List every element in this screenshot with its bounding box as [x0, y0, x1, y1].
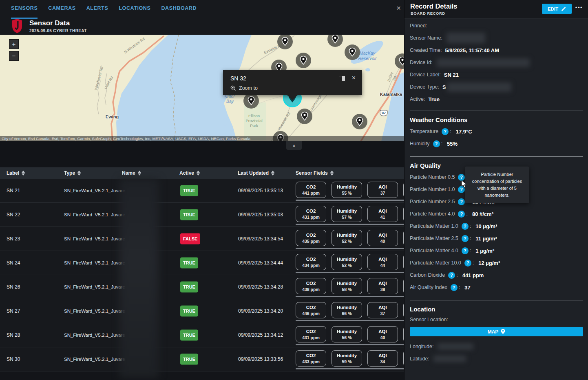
- map-pin[interactable]: [327, 35, 343, 47]
- chips-scrollbar[interactable]: [296, 248, 404, 249]
- sort-icon[interactable]: [330, 171, 334, 176]
- weather-rows: Temperature ? 17.9°C Humidity ? 55%: [410, 125, 583, 150]
- map[interactable]: N.Westside Rd Winchester Rd Udell Rd Eas…: [0, 35, 404, 141]
- table-column-header[interactable]: Type: [64, 167, 81, 179]
- map-pin[interactable]: [344, 44, 360, 60]
- chips-scrollbar[interactable]: [296, 368, 404, 369]
- help-icon[interactable]: ?: [433, 140, 440, 147]
- sensor-field-chip[interactable]: AQI 34: [367, 350, 398, 367]
- sensor-field-chip[interactable]: Humidity 55 %: [332, 182, 362, 198]
- sensor-field-chip[interactable]: AQI 44: [367, 254, 398, 270]
- sensor-field-chip[interactable]: AQI 41: [367, 206, 398, 222]
- help-icon[interactable]: ?: [451, 284, 458, 291]
- close-icon[interactable]: ×: [396, 4, 401, 12]
- sensor-field-chip[interactable]: CO2 435 ppm: [296, 230, 326, 246]
- redacted-value: [433, 356, 466, 362]
- chips-scrollbar[interactable]: [296, 224, 404, 225]
- nav-tab[interactable]: ALERTS: [86, 0, 108, 19]
- sensor-field-chip[interactable]: CO2 431 ppm: [296, 326, 326, 342]
- sensor-field-chip[interactable]: AQI 40: [367, 326, 398, 342]
- sensor-field-chip[interactable]: CO2 434 ppm: [296, 254, 326, 270]
- help-icon[interactable]: ?: [464, 260, 471, 267]
- more-options-button[interactable]: •••: [575, 4, 583, 11]
- chip-field-value: 441 ppm: [302, 191, 320, 196]
- map-pin[interactable]: [296, 108, 313, 124]
- help-icon[interactable]: ?: [448, 272, 455, 279]
- zoom-in-button[interactable]: +: [9, 39, 19, 49]
- sort-icon[interactable]: [197, 171, 200, 176]
- help-icon[interactable]: ?: [462, 235, 469, 242]
- sensor-field-chip[interactable]: Humidity 56 %: [332, 326, 362, 342]
- chips-scrollbar[interactable]: [296, 344, 404, 345]
- sort-icon[interactable]: [138, 171, 141, 176]
- help-icon[interactable]: ?: [458, 211, 465, 218]
- nav-tab[interactable]: LOCATIONS: [119, 0, 150, 19]
- map-pin[interactable]: [243, 93, 259, 109]
- sensor-field-chip[interactable]: Humidity 66 %: [332, 302, 362, 318]
- page-title: Sensor Data: [29, 19, 70, 27]
- help-icon[interactable]: ?: [462, 223, 469, 230]
- colon-separator: [441, 141, 442, 147]
- help-icon[interactable]: ?: [442, 128, 449, 135]
- collapse-map-button[interactable]: ▲: [286, 141, 302, 150]
- help-icon[interactable]: ?: [458, 198, 465, 205]
- nav-tab[interactable]: SENSORS: [11, 0, 38, 19]
- sort-icon[interactable]: [22, 171, 25, 176]
- sensor-field-chip[interactable]: CO2 441 ppm: [296, 182, 326, 198]
- record-field: Active: True: [410, 93, 583, 105]
- sort-icon[interactable]: [271, 171, 274, 176]
- map-pin[interactable]: [295, 52, 312, 69]
- sensor-field-chip[interactable]: Humidity 52 %: [332, 254, 362, 270]
- map-pin[interactable]: [394, 53, 404, 69]
- sensor-field-chip[interactable]: AQI 38: [367, 278, 398, 294]
- edit-button[interactable]: EDIT: [542, 4, 572, 14]
- table-row[interactable]: SN 21 SN_FireWard_V5.2.1_Juvare TRUE 09/…: [0, 179, 404, 203]
- chips-scrollbar[interactable]: [296, 296, 404, 297]
- sort-icon[interactable]: [77, 171, 81, 176]
- table-row[interactable]: SN 22 SN_FireWard_V5.2.1_Juvare TRUE 09/…: [0, 203, 404, 227]
- dock-icon[interactable]: [339, 76, 345, 83]
- chips-scrollbar[interactable]: [296, 200, 404, 201]
- map-button[interactable]: MAP: [410, 327, 583, 336]
- chips-scrollbar[interactable]: [296, 272, 404, 273]
- popup-close-icon[interactable]: ×: [352, 74, 356, 82]
- sensor-field-chip[interactable]: CO2 433 ppm: [296, 350, 326, 367]
- sensor-field-chip[interactable]: CO2 431 ppm: [296, 206, 326, 222]
- zoom-to-action[interactable]: Zoom to: [230, 85, 258, 91]
- popup-title: SN 32: [230, 75, 246, 82]
- table-row[interactable]: SN 30 SN_FireWard_V5.2.1_Juvare TRUE 09/…: [0, 347, 404, 371]
- table-column-header[interactable]: Sensor Fields: [296, 167, 334, 179]
- help-icon[interactable]: ?: [462, 247, 469, 254]
- table-column-header[interactable]: Active: [179, 167, 200, 179]
- map-pin[interactable]: [351, 113, 368, 130]
- map-pin[interactable]: [277, 35, 293, 50]
- chips-scrollbar[interactable]: [296, 320, 404, 321]
- sensor-field-chip[interactable]: Humidity 57 %: [332, 206, 362, 222]
- sensor-field-chip[interactable]: Humidity 58 %: [332, 278, 362, 294]
- table-row[interactable]: SN 24 SN_FireWard_V5.2.1_Juvare TRUE 09/…: [0, 251, 404, 275]
- nav-tab[interactable]: CAMERAS: [48, 0, 75, 19]
- sensor-field-chip[interactable]: AQI 40: [367, 230, 398, 246]
- table-row[interactable]: SN 26 SN_FireWard_V5.2.1_Juvare TRUE 09/…: [0, 275, 404, 299]
- chip-field-value: 52 %: [342, 239, 352, 244]
- table-column-header[interactable]: Name: [122, 167, 141, 179]
- sensor-field-chip[interactable]: AQI 37: [367, 302, 398, 318]
- table-column-header[interactable]: Label: [7, 167, 25, 179]
- table-column-header[interactable]: Last Updated: [238, 167, 274, 179]
- table-row[interactable]: SN 28 SN_FireWard_V5.2.1_Juvare TRUE 09/…: [0, 323, 404, 347]
- chip-field-name: AQI: [378, 281, 387, 286]
- active-status-badge: TRUE: [180, 330, 198, 341]
- zoom-out-button[interactable]: −: [9, 51, 19, 61]
- table-row[interactable]: SN 23 SN_FireWard_V5.2.1_Juvare FALSE 09…: [0, 227, 404, 251]
- nav-tab[interactable]: DASHBOARD: [161, 0, 197, 19]
- help-icon[interactable]: ?: [458, 174, 465, 181]
- chip-field-value: 438 ppm: [302, 287, 320, 292]
- sensor-field-chip[interactable]: Humidity 52 %: [332, 230, 362, 246]
- record-field-label: Device Type:: [410, 84, 439, 90]
- table-row[interactable]: SN 27 SN_FireWard_V5.2.1_Juvare TRUE 09/…: [0, 299, 404, 323]
- sensor-field-chip[interactable]: CO2 446 ppm: [296, 302, 326, 318]
- sensor-field-chip[interactable]: AQI 37: [367, 182, 398, 198]
- sensor-field-chip[interactable]: CO2 438 ppm: [296, 278, 326, 294]
- record-field-label: Active:: [410, 96, 425, 102]
- sensor-field-chip[interactable]: Humidity 59 %: [332, 350, 362, 367]
